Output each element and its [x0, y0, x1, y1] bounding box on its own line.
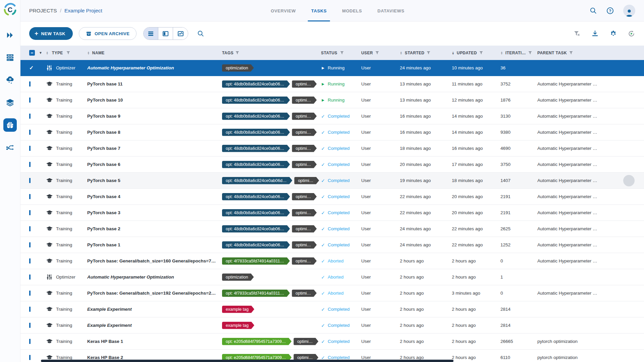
- column-header-tags[interactable]: TAGS: [222, 51, 321, 55]
- row-checkbox[interactable]: [29, 258, 31, 263]
- table-row[interactable]: TrainingPyTorch base 11opt: 48db0b8a6c82…: [20, 76, 644, 92]
- new-task-button[interactable]: + NEW TASK: [29, 27, 73, 40]
- table-row[interactable]: TrainingExample Experimentexample tag✓Co…: [20, 317, 644, 334]
- sidebar-item-datasets[interactable]: [3, 96, 17, 109]
- filter-icon[interactable]: [375, 51, 379, 55]
- row-checkbox[interactable]: [29, 323, 31, 328]
- filter-icon[interactable]: [235, 51, 239, 55]
- row-select-cell[interactable]: [29, 114, 46, 119]
- column-header-iter[interactable]: ▲▼ITERATI…: [500, 51, 537, 55]
- row-checkbox[interactable]: [29, 226, 31, 231]
- column-header-updated[interactable]: ▲▼UPDATED: [452, 51, 500, 55]
- column-header-parent[interactable]: PARENT TASK: [537, 51, 644, 55]
- table-row[interactable]: TrainingPyTorch base 1opt: 48db0b8a6c824…: [20, 237, 644, 253]
- row-select-cell[interactable]: [29, 275, 46, 280]
- column-header-started[interactable]: ▲▼STARTED: [400, 51, 452, 55]
- row-select-cell[interactable]: ✓: [29, 65, 46, 71]
- row-select-cell[interactable]: [29, 130, 46, 135]
- row-select-cell[interactable]: [29, 242, 46, 247]
- selection-menu-caret-icon[interactable]: ▼: [39, 51, 42, 55]
- table-row[interactable]: TrainingPyTorch base 10opt: 48db0b8a6c82…: [20, 92, 644, 108]
- sidebar-item-pipelines[interactable]: [3, 141, 17, 154]
- row-checkbox[interactable]: [29, 307, 31, 312]
- table-row[interactable]: TrainingPyTorch base 7opt: 48db0b8a6c824…: [20, 140, 644, 157]
- download-icon[interactable]: [591, 29, 599, 38]
- auto-refresh-icon[interactable]: [627, 29, 635, 38]
- row-select-cell[interactable]: [29, 323, 46, 328]
- tab-dataviews[interactable]: DATAVIEWS: [377, 0, 405, 21]
- table-row[interactable]: TrainingPyTorch base: General/batch_size…: [20, 285, 644, 301]
- row-checkbox[interactable]: [29, 210, 31, 215]
- split-view-button[interactable]: [158, 27, 173, 40]
- filter-icon[interactable]: [340, 51, 344, 55]
- clear-filters-icon[interactable]: [573, 29, 581, 38]
- row-select-cell[interactable]: [29, 307, 46, 312]
- table-row[interactable]: OptimizerAutomatic Hyperparameter Optimi…: [20, 269, 644, 285]
- table-row[interactable]: TrainingPyTorch base 9opt: 48db0b8a6c824…: [20, 108, 644, 124]
- tab-models[interactable]: MODELS: [342, 0, 362, 21]
- horizontal-scrollbar[interactable]: [41, 360, 453, 362]
- row-select-cell[interactable]: [29, 210, 46, 215]
- row-checkbox[interactable]: [29, 339, 31, 344]
- table-view-button[interactable]: [144, 27, 158, 40]
- table-row[interactable]: TrainingExample Experimentexample tag✓Co…: [20, 301, 644, 317]
- column-header-type[interactable]: ▲▼TYPE: [46, 51, 87, 55]
- column-header-user[interactable]: USER: [361, 51, 400, 55]
- table-row[interactable]: ✓OptimizerAutomatic Hyperparameter Optim…: [20, 60, 644, 76]
- table-row[interactable]: TrainingPyTorch base 8opt: 48db0b8a6c824…: [20, 124, 644, 140]
- table-row[interactable]: TrainingPyTorch base: General/batch_size…: [20, 253, 644, 269]
- sort-icon[interactable]: ▲▼: [46, 51, 49, 55]
- settings-gear-icon[interactable]: [609, 29, 617, 38]
- row-checkbox[interactable]: [29, 178, 31, 183]
- table-row[interactable]: TrainingPyTorch base 5opt: 48db0b8a6c824…: [20, 173, 644, 189]
- column-header-status[interactable]: STATUS: [321, 51, 361, 55]
- table-row[interactable]: TrainingPyTorch base 3opt: 48db0b8a6c824…: [20, 205, 644, 221]
- row-checkbox[interactable]: [29, 355, 31, 360]
- row-checkbox[interactable]: [29, 291, 31, 296]
- filter-icon[interactable]: [569, 51, 573, 55]
- row-select-cell[interactable]: [29, 81, 46, 86]
- sort-icon[interactable]: ▲▼: [500, 51, 503, 55]
- row-checkbox[interactable]: [29, 275, 31, 280]
- table-row[interactable]: TrainingKeras HP Base 1opt: e205d684f795…: [20, 334, 644, 350]
- row-checkbox[interactable]: [29, 114, 31, 119]
- row-checkbox[interactable]: [29, 130, 31, 135]
- row-select-cell[interactable]: [29, 258, 46, 263]
- breadcrumb-projects[interactable]: PROJECTS: [29, 8, 57, 14]
- row-checkbox[interactable]: [29, 194, 31, 199]
- tab-overview[interactable]: OVERVIEW: [271, 0, 296, 21]
- table-search-icon[interactable]: [196, 28, 206, 39]
- table-row[interactable]: TrainingPyTorch base 6opt: 48db0b8a6c824…: [20, 157, 644, 173]
- user-avatar[interactable]: [623, 5, 635, 17]
- row-checkbox[interactable]: [29, 81, 31, 86]
- select-all-checkbox[interactable]: [29, 50, 35, 56]
- filter-icon[interactable]: [479, 51, 483, 55]
- breadcrumb-current-project[interactable]: Example Project: [64, 8, 102, 14]
- scroll-ghost-button[interactable]: [623, 175, 635, 186]
- tab-tasks[interactable]: TASKS: [311, 0, 327, 21]
- row-checkbox[interactable]: [29, 146, 31, 151]
- row-checkbox[interactable]: [29, 242, 31, 247]
- help-icon[interactable]: ?: [606, 7, 614, 15]
- row-select-cell[interactable]: [29, 291, 46, 296]
- sort-icon[interactable]: ▲▼: [452, 51, 454, 55]
- row-select-cell[interactable]: [29, 194, 46, 199]
- sidebar-item-queues[interactable]: [3, 51, 17, 64]
- sort-icon[interactable]: ▲▼: [400, 51, 402, 55]
- filter-icon[interactable]: [66, 51, 70, 55]
- table-row[interactable]: TrainingPyTorch base 2opt: 48db0b8a6c824…: [20, 221, 644, 237]
- row-select-cell[interactable]: [29, 178, 46, 183]
- sort-icon[interactable]: ▲▼: [87, 51, 90, 55]
- row-checkbox[interactable]: [29, 98, 31, 103]
- sidebar-item-projects[interactable]: [3, 118, 17, 132]
- filter-icon[interactable]: [528, 51, 532, 55]
- row-checkbox[interactable]: [29, 162, 31, 167]
- row-select-cell[interactable]: [29, 226, 46, 231]
- sidebar-item-workers[interactable]: [3, 73, 17, 87]
- filter-icon[interactable]: [427, 51, 430, 55]
- open-archive-button[interactable]: OPEN ARCHIVE: [79, 27, 137, 40]
- clearml-logo-icon[interactable]: C: [3, 2, 17, 17]
- table-row[interactable]: TrainingPyTorch base 4opt: 48db0b8a6c824…: [20, 189, 644, 205]
- search-icon[interactable]: [589, 7, 597, 15]
- row-select-cell[interactable]: [29, 162, 46, 167]
